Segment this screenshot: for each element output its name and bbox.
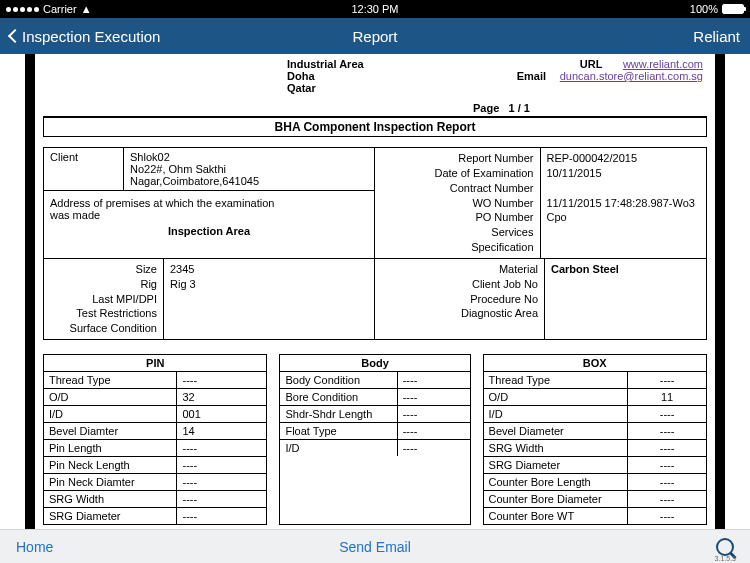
inspection-area-label: Inspection Area — [44, 223, 374, 239]
area-right-values: Carbon Steel — [545, 259, 706, 339]
page-edge-left — [25, 54, 35, 529]
cell-value: ---- — [398, 389, 470, 405]
cell-label: O/D — [484, 389, 629, 405]
table-row: O/D11 — [484, 389, 706, 406]
cell-label: Bore Condition — [280, 389, 397, 405]
table-row: Counter Bore Length---- — [484, 474, 706, 491]
cell-value: ---- — [398, 406, 470, 422]
info-right-labels: Report Number Date of Examination Contra… — [375, 148, 541, 258]
table-row: Bore Condition---- — [280, 389, 469, 406]
version-label: 3.1.5.3 — [715, 555, 736, 562]
area-block: Size Rig Last MPI/DPI Test Restrictions … — [43, 259, 707, 340]
home-button[interactable]: Home — [16, 539, 53, 555]
pin-table: PIN Thread Type----O/D32I/D001Bevel Diam… — [43, 354, 267, 525]
address-note: Address of premises at which the examina… — [44, 191, 374, 223]
area-right-labels: Material Client Job No Procedure No Diag… — [375, 259, 545, 339]
cell-value: ---- — [628, 474, 706, 490]
cell-label: Shdr-Shdr Length — [280, 406, 397, 422]
table-row: SRG Diameter---- — [44, 508, 266, 524]
client-value: Shlok02 No22#, Ohm Sakthi Nagar,Coimbato… — [124, 148, 374, 190]
cell-value: ---- — [177, 491, 266, 507]
cell-label: SRG Width — [484, 440, 629, 456]
cell-value: ---- — [628, 457, 706, 473]
report-content[interactable]: Industrial Area Doha Qatar URL www.relia… — [0, 54, 750, 529]
cell-value: ---- — [177, 474, 266, 490]
section-title: BHA Component Inspection Report — [43, 116, 707, 137]
chevron-left-icon — [8, 29, 22, 43]
cell-value: 14 — [177, 423, 266, 439]
tables-row: PIN Thread Type----O/D32I/D001Bevel Diam… — [43, 354, 707, 525]
cell-label: Pin Length — [44, 440, 177, 456]
cell-value: ---- — [628, 372, 706, 388]
table-row: Bevel Diamter14 — [44, 423, 266, 440]
cell-value: ---- — [177, 372, 266, 388]
table-row: SRG Diameter---- — [484, 457, 706, 474]
table-row: I/D---- — [280, 440, 469, 456]
table-row: Float Type---- — [280, 423, 469, 440]
search-icon[interactable] — [716, 538, 734, 556]
page-edge-right — [715, 54, 725, 529]
area-left-values: 2345 Rig 3 — [164, 259, 375, 339]
cell-value: ---- — [628, 423, 706, 439]
table-row: Body Condition---- — [280, 372, 469, 389]
cell-value: 11 — [628, 389, 706, 405]
cell-value: ---- — [628, 406, 706, 422]
bottom-toolbar: Home Send Email 3.1.5.3 — [0, 529, 750, 563]
send-email-button[interactable]: Send Email — [339, 539, 411, 555]
table-row: Pin Neck Diamter---- — [44, 474, 266, 491]
cell-label: O/D — [44, 389, 177, 405]
cell-label: SRG Diameter — [44, 508, 177, 524]
body-table: Body Body Condition----Bore Condition---… — [279, 354, 470, 525]
cell-value: 001 — [177, 406, 266, 422]
battery-icon — [722, 4, 744, 14]
wifi-icon: ▲ — [81, 3, 92, 15]
back-button[interactable]: Inspection Execution — [10, 28, 160, 45]
cell-label: Float Type — [280, 423, 397, 439]
cell-label: Thread Type — [484, 372, 629, 388]
table-row: Pin Length---- — [44, 440, 266, 457]
url-link[interactable]: www.reliant.com — [623, 58, 703, 70]
cell-value: ---- — [628, 508, 706, 524]
table-row: I/D001 — [44, 406, 266, 423]
table-row: Bevel Diameter---- — [484, 423, 706, 440]
cell-value: ---- — [398, 423, 470, 439]
cell-label: I/D — [484, 406, 629, 422]
cell-label: Bevel Diamter — [44, 423, 177, 439]
page-title: Report — [352, 28, 397, 45]
report-paper: Industrial Area Doha Qatar URL www.relia… — [43, 54, 707, 525]
email-link[interactable]: duncan.store@reliant.com.sg — [560, 70, 703, 82]
table-row: I/D---- — [484, 406, 706, 423]
table-row: Pin Neck Length---- — [44, 457, 266, 474]
nav-bar: Inspection Execution Report Reliant — [0, 18, 750, 54]
table-row: Counter Bore WT---- — [484, 508, 706, 524]
table-row: SRG Width---- — [44, 491, 266, 508]
info-block: Client Shlok02 No22#, Ohm Sakthi Nagar,C… — [43, 147, 707, 259]
cell-value: ---- — [177, 440, 266, 456]
cell-label: Counter Bore WT — [484, 508, 629, 524]
client-label: Client — [44, 148, 124, 190]
page-indicator: Page 1 / 1 — [43, 102, 707, 114]
status-left: Carrier ▲ — [6, 3, 690, 15]
cell-value: ---- — [398, 372, 470, 388]
table-row: Thread Type---- — [44, 372, 266, 389]
company-contact: URL www.reliant.com Email duncan.store@r… — [517, 58, 703, 94]
cell-label: Counter Bore Length — [484, 474, 629, 490]
company-address: Industrial Area Doha Qatar — [47, 58, 364, 94]
cell-value: ---- — [628, 440, 706, 456]
box-table: BOX Thread Type----O/D11I/D----Bevel Dia… — [483, 354, 707, 525]
cell-label: SRG Diameter — [484, 457, 629, 473]
status-right: 100% — [690, 3, 744, 15]
cell-label: Pin Neck Length — [44, 457, 177, 473]
table-row: O/D32 — [44, 389, 266, 406]
cell-label: Pin Neck Diamter — [44, 474, 177, 490]
back-label: Inspection Execution — [22, 28, 160, 45]
nav-right-button[interactable]: Reliant — [693, 28, 740, 45]
cell-label: I/D — [280, 440, 397, 456]
carrier-label: Carrier — [43, 3, 77, 15]
battery-percent: 100% — [690, 3, 718, 15]
cell-value: ---- — [398, 440, 470, 456]
cell-value: ---- — [177, 457, 266, 473]
table-row: Counter Bore Diameter---- — [484, 491, 706, 508]
status-bar: Carrier ▲ 12:30 PM 100% — [0, 0, 750, 18]
cell-label: I/D — [44, 406, 177, 422]
